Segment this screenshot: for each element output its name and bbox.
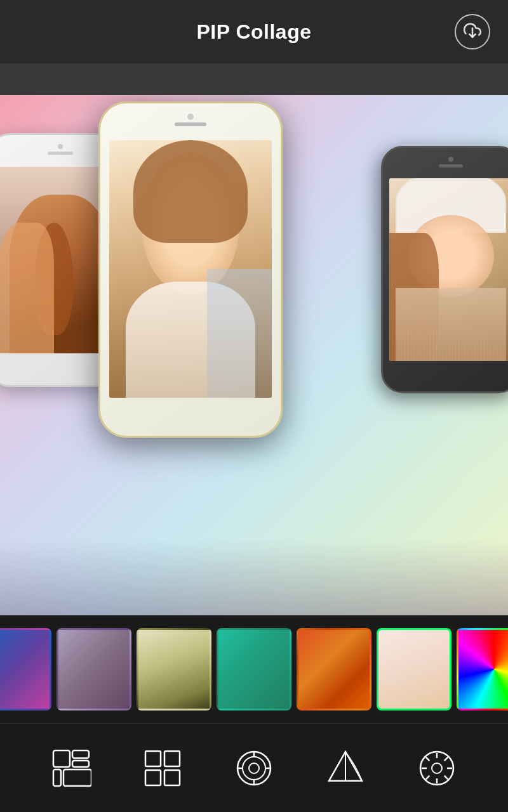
frame-button[interactable] <box>320 743 371 794</box>
bottom-toolbar <box>0 723 508 812</box>
phone-right <box>381 146 508 393</box>
svg-line-25 <box>426 757 430 761</box>
svg-rect-2 <box>72 750 89 758</box>
svg-point-12 <box>249 763 259 773</box>
phone-center-frame <box>98 102 283 438</box>
download-icon <box>464 22 481 42</box>
filter-icon <box>234 748 274 789</box>
svg-line-26 <box>444 775 448 779</box>
svg-rect-3 <box>72 761 89 767</box>
svg-rect-8 <box>145 770 161 785</box>
svg-line-27 <box>444 757 448 761</box>
phone-screen-center <box>109 140 272 398</box>
collage-button[interactable] <box>46 743 97 794</box>
swatch-warm-beige[interactable] <box>137 628 211 710</box>
grid-button[interactable] <box>137 743 188 794</box>
app-title: PIP Collage <box>197 20 312 44</box>
svg-rect-1 <box>53 750 70 767</box>
settings-button[interactable] <box>411 743 462 794</box>
header: PIP Collage <box>0 0 508 63</box>
floor-reflection <box>0 539 508 615</box>
swatch-bokeh[interactable] <box>57 628 131 710</box>
swatch-color-wheel[interactable] <box>457 628 508 710</box>
subheader-bar <box>0 63 508 95</box>
phone-right-frame <box>381 146 508 393</box>
swatch-orange-red[interactable] <box>297 628 371 710</box>
phone-center <box>98 102 283 438</box>
settings-icon <box>417 748 457 789</box>
svg-line-28 <box>426 775 430 779</box>
svg-point-11 <box>243 757 265 780</box>
filter-button[interactable] <box>229 743 279 794</box>
svg-rect-9 <box>164 770 180 785</box>
canvas-area <box>0 95 508 615</box>
swatch-soft-peach[interactable] <box>377 628 451 710</box>
selfie-photo <box>109 140 272 398</box>
svg-rect-4 <box>53 769 61 786</box>
swatches-bar <box>0 615 508 723</box>
svg-rect-6 <box>145 751 161 766</box>
svg-rect-7 <box>164 751 180 766</box>
svg-rect-5 <box>64 769 91 786</box>
frame-icon <box>325 748 366 789</box>
grid-icon <box>142 748 183 789</box>
collage-icon <box>51 748 91 789</box>
svg-point-20 <box>432 763 442 773</box>
swatch-teal[interactable] <box>217 628 291 710</box>
portrait-photo <box>389 178 508 361</box>
download-button[interactable] <box>455 14 490 49</box>
phone-screen-right <box>389 178 508 361</box>
swatch-blue-purple[interactable] <box>0 628 51 710</box>
